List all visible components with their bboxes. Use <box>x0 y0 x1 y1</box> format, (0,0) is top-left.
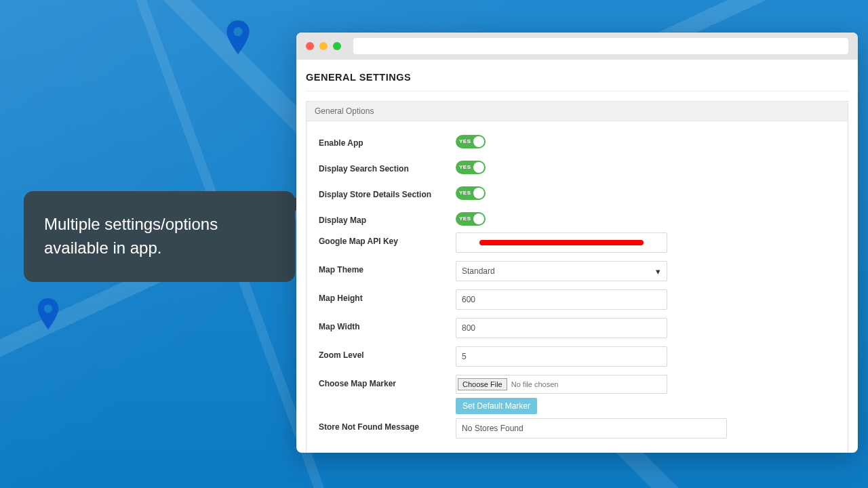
label-map-theme: Map Theme <box>319 261 456 274</box>
file-placeholder: No file chosen <box>511 380 559 388</box>
map-width-input[interactable] <box>456 318 667 338</box>
url-bar[interactable] <box>353 38 848 54</box>
toggle-on-text: YES <box>459 190 471 196</box>
row-api-key: Google Map API Key <box>319 232 835 260</box>
toggle-knob <box>473 188 484 199</box>
file-input-wrapper[interactable]: Choose File No file chosen <box>456 375 667 394</box>
label-enable-app: Enable App <box>319 134 456 148</box>
map-theme-select[interactable] <box>456 261 667 281</box>
toggle-display-map[interactable]: YES <box>456 212 486 226</box>
close-icon[interactable] <box>306 42 314 50</box>
svg-point-0 <box>233 27 242 36</box>
toggle-knob <box>473 136 484 147</box>
panel-header: General Options <box>307 102 848 121</box>
label-zoom-level: Zoom Level <box>319 346 456 360</box>
toggle-knob <box>473 162 484 173</box>
row-zoom-level: Zoom Level <box>319 346 835 373</box>
browser-window: GENERAL SETTINGS General Options Enable … <box>296 33 858 453</box>
general-options-panel: General Options Enable App YES Display S… <box>306 101 848 453</box>
label-api-key: Google Map API Key <box>319 232 456 246</box>
label-choose-marker: Choose Map Marker <box>319 375 456 388</box>
label-map-width: Map Width <box>319 318 456 331</box>
toggle-enable-app[interactable]: YES <box>456 135 486 148</box>
label-display-map: Display Map <box>319 211 456 225</box>
maximize-icon[interactable] <box>333 42 341 50</box>
choose-file-button[interactable]: Choose File <box>458 378 507 390</box>
page-content: GENERAL SETTINGS General Options Enable … <box>296 60 858 453</box>
row-choose-marker: Choose Map Marker Choose File No file ch… <box>319 375 835 417</box>
api-key-field[interactable] <box>456 232 667 253</box>
minimize-icon[interactable] <box>319 42 328 50</box>
callout-bubble: Multiple settings/options available in a… <box>24 191 295 282</box>
label-display-search: Display Search Section <box>319 160 456 174</box>
toggle-knob <box>473 214 484 224</box>
set-default-marker-button[interactable]: Set Default Marker <box>456 398 537 414</box>
page-title: GENERAL SETTINGS <box>306 72 848 92</box>
toggle-display-search[interactable]: YES <box>456 161 486 174</box>
toggle-on-text: YES <box>459 138 471 144</box>
label-display-store: Display Store Details Section <box>319 186 456 199</box>
label-map-height: Map Height <box>319 289 456 303</box>
svg-point-1 <box>44 304 52 312</box>
label-not-found: Store Not Found Message <box>319 418 456 432</box>
callout-text: Multiple settings/options available in a… <box>44 215 218 257</box>
row-display-map: Display Map YES <box>319 207 835 230</box>
row-map-height: Map Height <box>319 289 835 317</box>
row-not-found: Store Not Found Message <box>319 418 835 445</box>
not-found-input[interactable] <box>456 418 727 439</box>
location-pin-icon <box>35 298 61 329</box>
map-height-input[interactable] <box>456 289 667 310</box>
row-map-theme: Map Theme ▾ <box>319 261 835 288</box>
row-enable-app: Enable App YES <box>319 129 835 152</box>
row-map-width: Map Width <box>319 318 835 345</box>
toggle-on-text: YES <box>459 164 471 170</box>
browser-titlebar <box>296 33 858 60</box>
toggle-display-store[interactable]: YES <box>456 186 486 200</box>
row-display-store: Display Store Details Section YES <box>319 181 835 204</box>
location-pin-icon <box>224 20 252 54</box>
zoom-level-input[interactable] <box>456 346 667 367</box>
toggle-on-text: YES <box>459 216 471 222</box>
row-display-search: Display Search Section YES <box>319 155 835 178</box>
